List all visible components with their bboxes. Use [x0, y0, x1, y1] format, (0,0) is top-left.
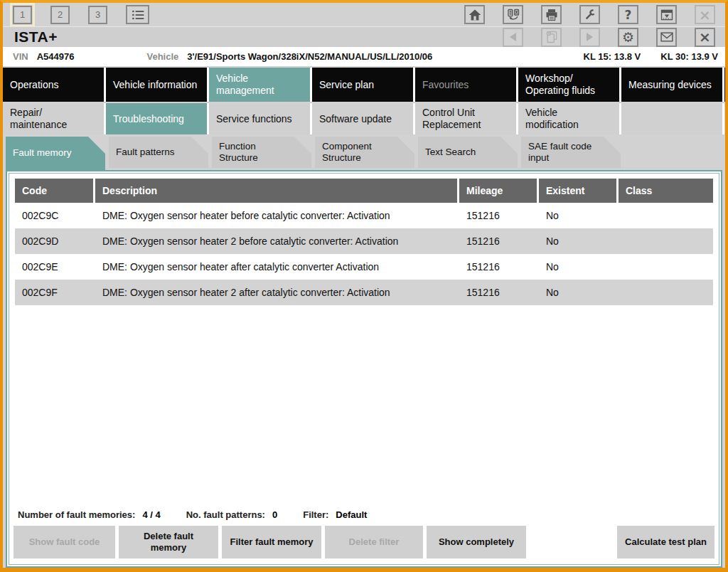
fault-tabs: Fault memory Fault patterns Function Str… [3, 134, 725, 170]
operations-report-icon [545, 30, 559, 44]
gear-icon: ⚙ [622, 29, 634, 45]
message-button[interactable] [656, 28, 677, 47]
nav-operations[interactable]: Operations [3, 68, 104, 102]
session-list-button[interactable] [126, 5, 149, 24]
cell-mileage: 151216 [459, 203, 537, 228]
tab-function-structure[interactable]: Function Structure [212, 137, 311, 168]
cell-code: 002C9C [15, 203, 93, 228]
tab-fault-memory[interactable]: Fault memory [6, 137, 105, 170]
print-icon [545, 8, 559, 22]
tab-fault-patterns[interactable]: Fault patterns [109, 137, 208, 168]
home-button[interactable] [464, 5, 485, 24]
kl30-voltage: KL 30: 13.9 V [660, 51, 718, 62]
calculate-test-plan-button[interactable]: Calculate test plan [617, 526, 714, 558]
nav-measuring-devices[interactable]: Measuring devices [621, 68, 722, 102]
nav-vehicle-management[interactable]: Vehicle management [209, 68, 310, 102]
delete-fault-memory-button[interactable]: Delete fault memory [119, 526, 218, 558]
tools-button[interactable] [579, 5, 600, 24]
content-panel: Code Description Mileage Existent Class … [6, 170, 722, 568]
nav-service-functions[interactable]: Service functions [209, 103, 310, 134]
forward-button [579, 28, 600, 47]
ista-window: { "colors": { "accent_teal": "#6FA5A0", … [0, 0, 728, 572]
nav-edge-sliver-2 [724, 103, 725, 134]
column-header-mileage[interactable]: Mileage [459, 179, 537, 203]
nav-vehicle-modification[interactable]: Vehicle modification [518, 103, 619, 134]
cell-code: 002C9D [15, 228, 93, 254]
close-icon: × [699, 6, 711, 23]
nav-troubleshooting[interactable]: Troubleshooting [106, 103, 207, 134]
fault-patterns-count: 0 [272, 509, 277, 520]
cell-code: 002C9E [15, 254, 93, 280]
wrench-icon [583, 8, 597, 22]
toolbar-icons-row1: ? × [464, 5, 719, 24]
table-row[interactable]: 002C9D DME: Oxygen sensor heater 2 befor… [15, 228, 713, 254]
tab-sae-fault-code-input[interactable]: SAE fault code input [521, 137, 621, 168]
table-row[interactable]: 002C9E DME: Oxygen sensor heater after c… [15, 254, 713, 280]
close-icon: × [699, 28, 711, 46]
column-header-code[interactable]: Code [15, 179, 93, 203]
cell-code: 002C9F [15, 280, 93, 305]
primary-nav: Operations Vehicle information Vehicle m… [3, 68, 725, 102]
cell-class [619, 228, 713, 254]
back-button [503, 28, 523, 47]
table-empty-area [12, 305, 716, 507]
column-header-description[interactable]: Description [95, 179, 457, 203]
nav-empty-cell [621, 103, 722, 134]
nav-workshop-operating-fluids[interactable]: Workshop/ Operating fluids [518, 68, 619, 102]
switch-vehicle-icon [506, 8, 520, 22]
vehicle-label: Vehicle [146, 51, 178, 62]
cell-description: DME: Oxygen sensor heater before catalyt… [95, 203, 457, 228]
cell-existent: No [539, 228, 616, 254]
title-bar: ISTA+ ⚙ [3, 26, 725, 47]
cell-class [619, 203, 713, 228]
back-icon [510, 33, 516, 41]
session-tab-2-button[interactable]: 2 [50, 6, 70, 24]
cell-existent: No [539, 254, 616, 280]
envelope-icon [660, 31, 674, 43]
cell-class [619, 254, 713, 280]
cell-existent: No [539, 203, 616, 228]
settings-button[interactable]: ⚙ [618, 28, 638, 47]
content-panel-inner: Code Description Mileage Existent Class … [9, 173, 719, 565]
show-completely-button[interactable]: Show completely [427, 526, 526, 558]
table-header-row: Code Description Mileage Existent Class [15, 179, 713, 203]
toolbar-icons-row2: ⚙ × [503, 28, 719, 47]
nav-edge-sliver [724, 68, 725, 102]
nav-vehicle-information[interactable]: Vehicle information [106, 68, 207, 102]
collapse-window-button[interactable] [656, 5, 677, 24]
vin-label: VIN [13, 51, 28, 62]
column-header-class[interactable]: Class [619, 179, 713, 203]
close-button[interactable]: × [695, 28, 715, 47]
nav-control-unit-replacement[interactable]: Control Unit Replacement [415, 103, 516, 134]
help-icon: ? [625, 8, 632, 22]
session-tab-3-button[interactable]: 3 [88, 6, 107, 24]
fault-memories-label: Number of fault memories: [18, 509, 135, 520]
cell-mileage: 151216 [459, 228, 537, 254]
filter-fault-memory-button[interactable]: Filter fault memory [222, 526, 321, 558]
switch-vehicle-button[interactable] [503, 5, 523, 24]
nav-software-update[interactable]: Software update [312, 103, 413, 134]
delete-filter-button: Delete filter [325, 526, 423, 558]
table-row[interactable]: 002C9F DME: Oxygen sensor heater 2 after… [15, 280, 713, 305]
nav-repair-maintenance[interactable]: Repair/ maintenance [3, 103, 104, 134]
session-list-icon [131, 9, 145, 21]
operations-report-button [541, 28, 562, 47]
session-tab-1-button[interactable]: 1 [13, 6, 32, 24]
fault-patterns-label: No. fault patterns: [186, 509, 265, 520]
cell-mileage: 151216 [459, 254, 537, 280]
tab-text-search[interactable]: Text Search [418, 137, 518, 168]
column-header-existent[interactable]: Existent [539, 179, 616, 203]
print-button[interactable] [541, 5, 562, 24]
nav-favourites: Favourites [415, 68, 516, 102]
help-button[interactable]: ? [618, 5, 638, 24]
nav-service-plan[interactable]: Service plan [312, 68, 413, 102]
footer-button-bar: Show fault code Delete fault memory Filt… [12, 526, 716, 560]
vin-value: A544976 [37, 51, 75, 62]
tab-component-structure[interactable]: Component Structure [315, 137, 414, 168]
kl15-voltage: KL 15: 13.8 V [584, 51, 641, 62]
collapse-window-icon [660, 8, 674, 22]
table-row[interactable]: 002C9C DME: Oxygen sensor heater before … [15, 203, 713, 228]
close-session-button: × [695, 5, 715, 24]
top-toolbar: 1 2 3 [3, 3, 725, 26]
cell-existent: No [539, 280, 616, 305]
